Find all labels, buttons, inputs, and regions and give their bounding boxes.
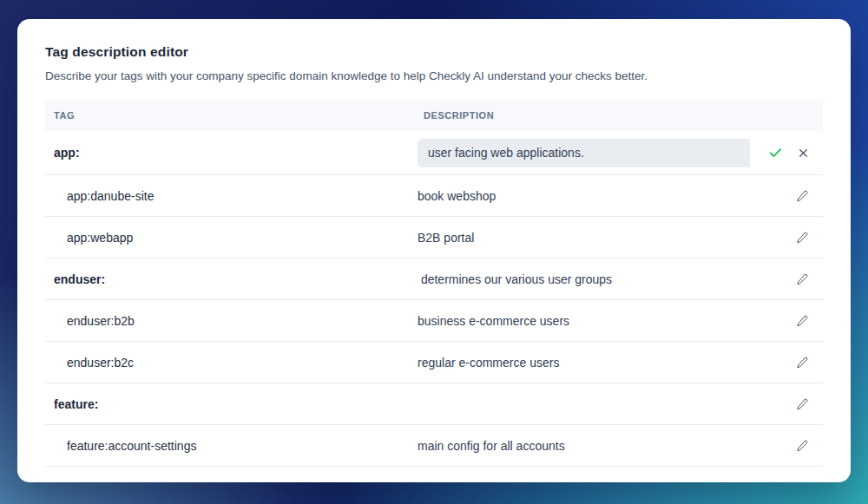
table-body: app: app:danube-site book webshop app:we… xyxy=(45,131,823,467)
pencil-button[interactable] xyxy=(796,188,809,204)
check-button[interactable] xyxy=(768,146,783,160)
table-row: app:webapp B2B portal xyxy=(45,217,823,259)
description-cell: B2B portal xyxy=(417,231,750,245)
table-row: feature:account-settings main config for… xyxy=(45,425,823,467)
description-cell: business e-commerce users xyxy=(417,314,750,328)
page-title: Tag description editor xyxy=(45,44,823,60)
tag-label: app:webapp xyxy=(45,231,417,245)
tag-label: enduser:b2c xyxy=(45,356,417,370)
pencil-button[interactable] xyxy=(796,438,809,454)
pencil-button[interactable] xyxy=(796,313,809,329)
description-cell xyxy=(417,139,750,167)
x-button[interactable] xyxy=(798,147,809,159)
pencil-icon xyxy=(796,230,809,245)
pencil-button[interactable] xyxy=(796,396,809,412)
pencil-icon xyxy=(796,272,809,287)
pencil-button[interactable] xyxy=(796,230,809,245)
row-actions xyxy=(750,438,823,454)
table-row: enduser:b2b business e-commerce users xyxy=(45,300,823,342)
row-actions xyxy=(750,188,823,204)
pencil-icon xyxy=(796,396,809,412)
table-row: app:danube-site book webshop xyxy=(45,175,823,217)
row-actions xyxy=(750,146,823,160)
tag-label: app: xyxy=(45,146,417,160)
tag-description-editor-card: Tag description editor Describe your tag… xyxy=(17,19,851,482)
row-actions xyxy=(750,230,823,245)
check-icon xyxy=(768,146,783,160)
pencil-icon xyxy=(796,313,809,329)
description-cell: determines our various user groups xyxy=(417,272,750,286)
description-input[interactable] xyxy=(418,139,750,167)
tag-label: feature:account-settings xyxy=(45,439,417,453)
column-header-description: DESCRIPTION xyxy=(417,110,750,121)
table-row: app: xyxy=(45,131,823,175)
row-actions xyxy=(750,313,823,329)
table-row: enduser: determines our various user gro… xyxy=(45,259,823,300)
page-subtitle: Describe your tags with your company spe… xyxy=(45,69,823,82)
description-cell: regular e-commerce users xyxy=(417,356,750,370)
pencil-icon xyxy=(796,355,809,370)
pencil-button[interactable] xyxy=(796,272,809,287)
description-cell: main config for all accounts xyxy=(417,439,750,453)
tag-label: enduser:b2b xyxy=(45,314,417,328)
row-actions xyxy=(750,355,823,370)
pencil-icon xyxy=(796,188,809,204)
tag-label: feature: xyxy=(45,397,417,411)
x-icon xyxy=(798,147,809,159)
tag-table: TAG DESCRIPTION app: app:danube-site boo… xyxy=(45,100,823,467)
pencil-icon xyxy=(796,438,809,454)
description-cell: book webshop xyxy=(417,189,750,203)
row-actions xyxy=(750,272,823,287)
table-row: enduser:b2c regular e-commerce users xyxy=(45,342,823,383)
pencil-button[interactable] xyxy=(796,355,809,370)
table-row: feature: xyxy=(45,383,823,425)
column-header-tag: TAG xyxy=(45,110,417,121)
tag-label: app:danube-site xyxy=(45,189,417,203)
tag-label: enduser: xyxy=(45,272,417,286)
table-header-row: TAG DESCRIPTION xyxy=(45,100,823,131)
row-actions xyxy=(750,396,823,412)
